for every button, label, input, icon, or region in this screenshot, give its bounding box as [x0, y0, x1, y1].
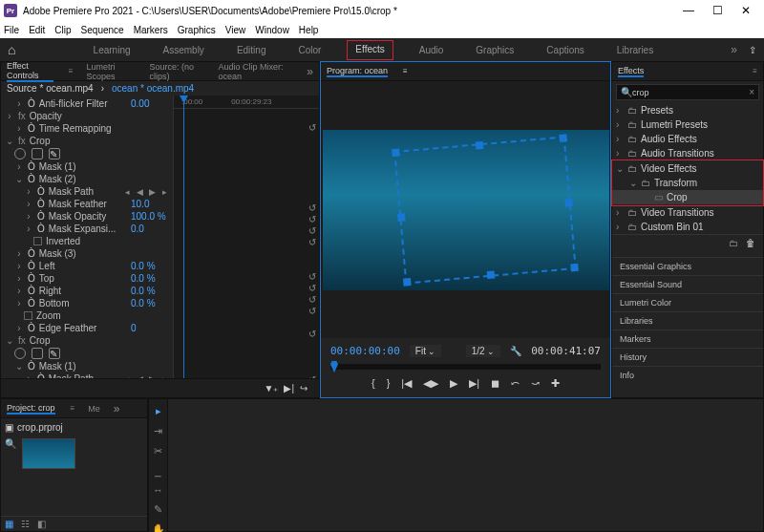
reset-icon[interactable]: ↺	[308, 237, 316, 248]
ellipse-mask-icon[interactable]	[14, 348, 26, 359]
transport-button[interactable]: ◼	[491, 377, 499, 390]
media-browser-tab[interactable]: Me	[88, 404, 100, 414]
workspace-tab-libraries[interactable]: Libraries	[611, 41, 659, 59]
workspace-tab-assembly[interactable]: Assembly	[158, 41, 210, 59]
crop-handle[interactable]	[570, 263, 579, 271]
transport-button[interactable]: }	[387, 377, 391, 390]
icon-view-icon[interactable]: ☷	[21, 519, 30, 529]
menu-sequence[interactable]: Sequence	[81, 25, 124, 35]
ec-row[interactable]: Inverted	[1, 235, 173, 247]
workspace-tab-effects[interactable]: Effects	[348, 41, 392, 59]
effects-tree-item[interactable]: ›🗀Custom Bin 01	[612, 220, 763, 234]
ec-row[interactable]: ✎	[1, 347, 173, 360]
reset-icon[interactable]: ↺	[308, 202, 316, 214]
more-tabs-icon[interactable]: »	[307, 65, 313, 78]
transport-button[interactable]: ▶|	[469, 377, 479, 390]
program-scrubber[interactable]	[330, 364, 601, 370]
ec-row[interactable]: ›ÒEdge Feather0	[1, 322, 173, 334]
ellipse-mask-icon[interactable]	[14, 148, 26, 160]
reset-icon[interactable]: ↺	[308, 306, 316, 317]
reset-icon[interactable]: ↺	[308, 329, 316, 340]
rect-mask-icon[interactable]	[32, 148, 43, 160]
ec-row[interactable]: Zoom	[1, 309, 173, 322]
crop-handle[interactable]	[486, 270, 495, 279]
side-panel-item[interactable]: Info	[612, 366, 763, 384]
ec-row[interactable]: ›ÒBottom0.0 %	[1, 297, 173, 309]
search-icon[interactable]: 🔍	[5, 438, 16, 449]
reset-icon[interactable]: ↺	[308, 122, 316, 134]
ec-row[interactable]: ›ÒMask Feather10.0	[1, 198, 173, 210]
selection-tool-icon[interactable]: ▸	[156, 405, 161, 417]
list-view-icon[interactable]: ▦	[5, 519, 13, 529]
panel-menu-icon[interactable]: ≡	[71, 404, 75, 413]
rect-mask-icon[interactable]	[32, 348, 43, 359]
workspace-tab-graphics[interactable]: Graphics	[470, 41, 520, 59]
new-bin-icon[interactable]: 🗀	[729, 238, 738, 248]
crop-handle[interactable]	[392, 148, 400, 157]
menu-edit[interactable]: Edit	[29, 25, 45, 35]
transport-button[interactable]: ◀▶	[423, 377, 438, 390]
ec-row[interactable]: ›ÒMask Expansi...0.0	[1, 223, 173, 235]
pen-mask-icon[interactable]: ✎	[49, 348, 60, 359]
side-panel-item[interactable]: Libraries	[612, 311, 763, 330]
ec-clip-label[interactable]: ocean * ocean.mp4	[112, 83, 194, 94]
ec-playhead[interactable]	[183, 96, 184, 378]
side-panel-item[interactable]: History	[612, 348, 763, 366]
panel-menu-icon[interactable]: ≡	[69, 67, 74, 75]
ec-row[interactable]: ›ÒRight0.0 %	[1, 285, 173, 297]
pen-tool-icon[interactable]: ✎	[154, 503, 162, 516]
maximize-button[interactable]: ☐	[703, 4, 732, 17]
hand-tool-icon[interactable]: ✋	[152, 523, 165, 532]
crop-mask-frame[interactable]	[393, 136, 577, 284]
more-workspaces-icon[interactable]: »	[731, 43, 737, 56]
reset-icon[interactable]: ↺	[308, 225, 316, 237]
reset-icon[interactable]: ↺	[308, 283, 316, 294]
ec-tab[interactable]: Lumetri Scopes	[87, 62, 137, 81]
ec-row[interactable]: ⌄ÒMask (1)	[1, 360, 173, 372]
freeform-view-icon[interactable]: ◧	[37, 519, 46, 529]
filter-icon[interactable]: ▼₊	[264, 383, 278, 394]
menu-markers[interactable]: Markers	[134, 25, 168, 35]
transport-button[interactable]: |◀	[401, 377, 412, 390]
ripple-tool-icon[interactable]: ✂	[154, 445, 162, 458]
workspace-tab-audio[interactable]: Audio	[414, 41, 450, 59]
home-icon[interactable]: ⌂	[8, 42, 15, 57]
zoom-select[interactable]: Fit ⌄	[410, 345, 442, 357]
razor-tool-icon[interactable]: ⎯	[155, 465, 161, 477]
effects-search[interactable]: 🔍 ×	[616, 84, 759, 100]
export-icon[interactable]: ⇪	[749, 45, 756, 55]
project-tab[interactable]: Project: crop	[7, 403, 55, 415]
program-timecode[interactable]: 00:00:00:00	[330, 345, 400, 357]
ec-row[interactable]: ›ÒMask (3)	[1, 247, 173, 260]
ec-row[interactable]: ✎	[1, 147, 173, 160]
wrench-icon[interactable]: 🔧	[510, 346, 521, 356]
program-tab[interactable]: Program: ocean	[327, 66, 388, 77]
workspace-tab-color[interactable]: Color	[292, 41, 327, 59]
effects-tree-item[interactable]: ›🗀Lumetri Presets	[612, 117, 763, 132]
menu-help[interactable]: Help	[299, 25, 319, 35]
effects-tree-item[interactable]: ⌄🗀Video Effects	[612, 161, 763, 176]
side-panel-item[interactable]: Lumetri Color	[612, 293, 763, 311]
ec-row[interactable]: ›ÒTop0.0 %	[1, 272, 173, 285]
side-panel-item[interactable]: Markers	[612, 330, 763, 348]
bin-thumbnail[interactable]	[22, 438, 75, 469]
menu-file[interactable]: File	[4, 25, 19, 35]
panel-menu-icon[interactable]: ≡	[753, 67, 757, 75]
program-view[interactable]	[321, 81, 610, 338]
ec-row[interactable]: ›ÒTime Remapping	[1, 122, 173, 135]
side-panel-item[interactable]: Essential Graphics	[612, 257, 763, 275]
ec-row[interactable]: ›ÒMask (1)	[1, 160, 173, 173]
effects-tree-item[interactable]: ›🗀Video Transitions	[612, 205, 763, 220]
effects-tree-item[interactable]: ▭Crop	[612, 190, 763, 204]
ec-timeline[interactable]: :00:00 00:00:29:23 ↺↺↺↺↺↺↺↺↺↺↺↺	[173, 96, 319, 378]
clear-search-icon[interactable]: ×	[749, 87, 754, 97]
delete-icon[interactable]: 🗑	[746, 238, 755, 248]
track-select-tool-icon[interactable]: ⇥	[154, 425, 162, 437]
workspace-tab-captions[interactable]: Captions	[541, 41, 589, 59]
sort-icon[interactable]: ▶|	[284, 383, 294, 394]
program-playhead[interactable]	[330, 361, 338, 372]
project-file[interactable]: ▣ crop.prproj	[5, 422, 143, 433]
ec-tab[interactable]: Effect Controls	[7, 61, 53, 82]
minimize-button[interactable]: —	[674, 4, 703, 17]
crop-handle[interactable]	[564, 198, 573, 206]
